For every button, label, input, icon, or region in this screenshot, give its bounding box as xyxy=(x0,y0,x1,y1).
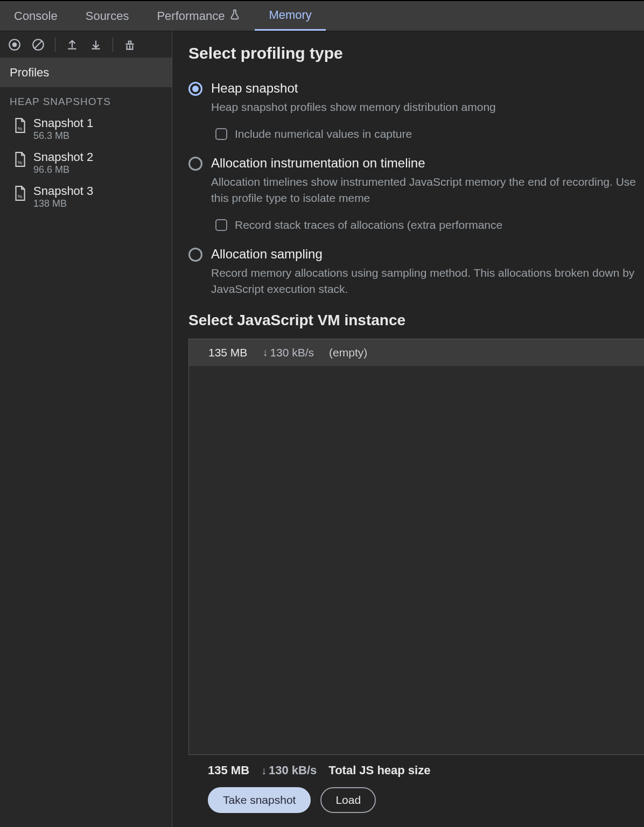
include-numerical-checkbox-row[interactable]: Include numerical values in capture xyxy=(215,128,644,141)
snapshot-size: 96.6 MB xyxy=(33,164,93,176)
option-title: Allocation instrumentation on timeline xyxy=(211,156,644,171)
download-icon[interactable] xyxy=(89,38,103,52)
memory-footer: 135 MB ↓130 kB/s Total JS heap size Take… xyxy=(188,755,644,827)
profiles-header[interactable]: Profiles xyxy=(0,58,172,87)
separator xyxy=(113,38,113,52)
tab-console[interactable]: Console xyxy=(0,1,72,31)
vm-label: (empty) xyxy=(329,346,367,359)
option-description: Heap snapshot profiles show memory distr… xyxy=(211,99,644,115)
down-arrow-icon: ↓ xyxy=(262,346,268,359)
memory-panel: Select profiling type Heap snapshot Heap… xyxy=(172,31,644,827)
option-allocation-sampling[interactable]: Allocation sampling Record memory alloca… xyxy=(188,241,644,299)
vm-instance-row[interactable]: 135 MB ↓130 kB/s (empty) xyxy=(189,339,644,366)
tab-performance[interactable]: Performance xyxy=(143,1,255,31)
separator xyxy=(55,38,55,52)
svg-line-3 xyxy=(35,41,42,48)
option-title: Allocation sampling xyxy=(211,247,644,262)
svg-text:%: % xyxy=(18,193,23,199)
snapshot-item[interactable]: % Snapshot 1 56.3 MB xyxy=(0,113,172,147)
svg-text:%: % xyxy=(18,125,23,131)
select-profiling-type-heading: Select profiling type xyxy=(188,44,644,62)
radio-icon[interactable] xyxy=(188,157,202,171)
tab-sources[interactable]: Sources xyxy=(72,1,143,31)
snapshot-size: 138 MB xyxy=(33,198,93,209)
devtools-tabbar: Console Sources Performance Memory xyxy=(0,0,644,31)
down-arrow-icon: ↓ xyxy=(261,765,267,777)
svg-point-1 xyxy=(12,42,17,47)
vm-rate: ↓130 kB/s xyxy=(262,346,314,359)
snapshot-name: Snapshot 1 xyxy=(33,116,93,130)
profiles-toolbar xyxy=(0,31,172,58)
snapshot-file-icon: % xyxy=(13,151,27,167)
checkbox-icon[interactable] xyxy=(215,219,227,231)
checkbox-icon[interactable] xyxy=(215,128,227,140)
record-stack-traces-checkbox-row[interactable]: Record stack traces of allocations (extr… xyxy=(215,219,644,232)
option-title: Heap snapshot xyxy=(211,81,644,96)
snapshot-size: 56.3 MB xyxy=(33,130,93,142)
heap-snapshots-label: HEAP SNAPSHOTS xyxy=(0,87,172,113)
svg-text:%: % xyxy=(18,159,23,165)
total-heap-label: Total JS heap size xyxy=(328,763,430,777)
option-description: Allocation timelines show instrumented J… xyxy=(211,174,644,206)
load-button[interactable]: Load xyxy=(320,787,376,813)
snapshot-name: Snapshot 3 xyxy=(33,184,93,198)
checkbox-label: Include numerical values in capture xyxy=(235,128,412,141)
record-icon[interactable] xyxy=(8,38,22,52)
profiles-sidebar: Profiles HEAP SNAPSHOTS % Snapshot 1 56.… xyxy=(0,31,172,827)
snapshot-item[interactable]: % Snapshot 3 138 MB xyxy=(0,181,172,215)
vm-size: 135 MB xyxy=(208,346,247,359)
option-heap-snapshot[interactable]: Heap snapshot Heap snapshot profiles sho… xyxy=(188,75,644,117)
snapshot-name: Snapshot 2 xyxy=(33,150,93,164)
upload-icon[interactable] xyxy=(65,38,79,52)
radio-icon[interactable] xyxy=(188,82,202,96)
gc-icon[interactable] xyxy=(123,38,137,52)
total-size: 135 MB xyxy=(208,763,249,777)
select-vm-heading: Select JavaScript VM instance xyxy=(188,312,644,329)
vm-instance-list: 135 MB ↓130 kB/s (empty) xyxy=(188,339,644,755)
option-description: Record memory allocations using sampling… xyxy=(211,265,644,297)
snapshot-file-icon: % xyxy=(13,185,27,201)
flask-icon xyxy=(229,9,241,24)
snapshot-file-icon: % xyxy=(13,117,27,134)
take-snapshot-button[interactable]: Take snapshot xyxy=(208,787,311,813)
checkbox-label: Record stack traces of allocations (extr… xyxy=(235,219,502,232)
tab-memory[interactable]: Memory xyxy=(255,1,325,31)
total-rate: ↓130 kB/s xyxy=(261,763,317,777)
option-allocation-timeline[interactable]: Allocation instrumentation on timeline A… xyxy=(188,150,644,208)
radio-icon[interactable] xyxy=(188,248,202,262)
clear-icon[interactable] xyxy=(31,38,45,52)
snapshot-item[interactable]: % Snapshot 2 96.6 MB xyxy=(0,147,172,181)
